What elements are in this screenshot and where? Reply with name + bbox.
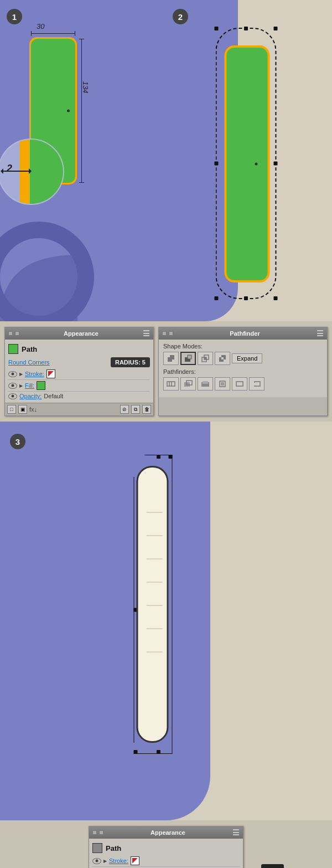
magnifier-inner: 2 — [0, 140, 63, 204]
svg-rect-1 — [170, 355, 174, 359]
panels-row: Appearance ☰ Path Round Corners RADIUS: … — [0, 321, 332, 422]
s3-handle-tm — [157, 455, 160, 459]
expand-button[interactable]: Expand — [232, 353, 262, 363]
step-2-badge: 2 — [173, 9, 188, 24]
shape-mode-exclude[interactable] — [215, 352, 230, 365]
svg-rect-19 — [236, 382, 243, 386]
step-1-badge: 1 — [7, 9, 22, 24]
app2-stroke-eye[interactable] — [92, 858, 101, 864]
pathfinder-title: Pathfinder — [173, 330, 317, 337]
shape-mode-subtract[interactable] — [180, 352, 196, 365]
shape-mode-intersect[interactable] — [198, 352, 213, 365]
appearance-body: Path Round Corners RADIUS: 5 ▶ Stroke: ▶… — [5, 340, 153, 403]
stroke-label[interactable]: Stroke: — [25, 371, 44, 377]
radius-tooltip: RADIUS: 5 — [111, 357, 150, 367]
appearance-panel-1: Appearance ☰ Path Round Corners RADIUS: … — [4, 327, 154, 416]
section-3: 3 — [0, 422, 332, 820]
title-btn-2[interactable] — [15, 331, 19, 336]
new-layer-icon[interactable]: ▣ — [18, 405, 27, 414]
page-line-7 — [147, 651, 163, 653]
handle-br — [274, 296, 278, 300]
duplicate-icon[interactable]: ⧉ — [131, 405, 140, 414]
pf-merge[interactable] — [198, 377, 213, 391]
app2-gray-swatch — [92, 843, 102, 853]
s3-selection — [134, 455, 184, 765]
pathfinder-panel: Pathfinder ☰ Shape Modes: Expand — [158, 327, 328, 416]
pathfinder-body: Shape Modes: Expand Pathfinders: — [159, 340, 327, 397]
stroke-row: ▶ Stroke: — [8, 368, 150, 380]
fill-row: ▶ Fill: — [8, 380, 150, 392]
app2-stroke-label[interactable]: Stroke: — [109, 857, 128, 864]
section-2-panel: 2 — [166, 0, 332, 321]
s3-handle-bl — [134, 750, 138, 754]
app2-btn-2[interactable] — [99, 830, 103, 835]
mag-stroke-label: 2 — [7, 163, 12, 174]
shape-mode-unite[interactable] — [163, 352, 179, 365]
handle-tl — [215, 27, 219, 30]
svg-rect-13 — [184, 382, 190, 387]
s3-shape-wrap — [134, 455, 184, 765]
app2-btn-1[interactable] — [92, 830, 97, 835]
dim-line-vertical — [81, 39, 82, 183]
fill-swatch[interactable] — [37, 381, 45, 390]
pf-outline[interactable] — [232, 377, 247, 391]
svg-rect-18 — [221, 382, 224, 386]
stroke-swatch[interactable] — [46, 369, 55, 378]
center-dot-1 — [67, 110, 70, 112]
handle-tr — [274, 27, 278, 30]
step-3-badge: 3 — [10, 434, 25, 449]
app2-path-label: Path — [106, 844, 121, 852]
s3-rounded-shape — [137, 466, 169, 743]
pf-divide[interactable] — [163, 377, 179, 391]
fill-expand-arrow[interactable]: ▶ — [19, 383, 23, 388]
dim-width-label: 30 — [37, 22, 44, 30]
dim-line-horizontal — [31, 33, 75, 34]
dim-height-label: 134 — [82, 81, 90, 94]
app2-menu-icon[interactable]: ☰ — [232, 828, 240, 837]
delete-icon[interactable]: ⊘ — [120, 405, 129, 414]
handle-bl — [215, 296, 219, 300]
pf-menu-icon[interactable]: ☰ — [317, 329, 324, 338]
app2-stroke-row: ▶ Stroke: — [92, 855, 240, 867]
opacity-row: Opacity: Default — [8, 392, 150, 400]
pf-title-btn-1[interactable] — [162, 331, 167, 336]
green-rect-1: 134 2 — [31, 39, 75, 183]
selection-box-2 — [216, 28, 277, 299]
app2-stroke-arrow[interactable]: ▶ — [103, 859, 107, 864]
app2-path-row: Path — [92, 841, 240, 855]
opacity-eye[interactable] — [8, 393, 17, 399]
app2-body: Path ▶ Stroke: ▶ Fill: R: 0 G: 0 — [89, 839, 243, 868]
s3-sel-line-right — [172, 455, 173, 754]
p2-shape-container — [216, 28, 277, 299]
s3-pages — [147, 512, 163, 653]
appearance-panel-2: Appearance ☰ Path ▶ Stroke: ▶ Fill: — [89, 826, 243, 868]
pf-title-btn-2[interactable] — [169, 331, 173, 336]
stroke-visibility-eye[interactable] — [8, 371, 17, 377]
appearance-titlebar: Appearance ☰ — [5, 327, 153, 340]
svg-rect-10 — [167, 382, 175, 386]
pf-crop[interactable] — [215, 377, 230, 391]
svg-rect-21 — [253, 383, 257, 386]
opacity-label[interactable]: Opacity: — [19, 393, 42, 399]
mag-green-area — [30, 140, 63, 204]
round-corners-label[interactable]: Round Corners — [8, 359, 50, 366]
bottom-panels-row: Appearance ☰ Path ▶ Stroke: ▶ Fill: — [0, 820, 332, 868]
shape-modes-label: Shape Modes: — [163, 343, 323, 350]
stroke-expand-arrow[interactable]: ▶ — [19, 372, 23, 377]
trash-icon[interactable]: 🗑 — [142, 405, 151, 414]
svg-rect-16 — [203, 381, 208, 384]
page-line-6 — [147, 628, 163, 629]
round-corners-row: Round Corners RADIUS: 5 — [8, 356, 150, 368]
page-line-2 — [147, 535, 163, 536]
new-art-icon[interactable]: □ — [7, 405, 16, 414]
bottom-curve-svg — [0, 233, 89, 321]
pf-trim[interactable] — [180, 377, 196, 391]
title-btn-1[interactable] — [8, 331, 13, 336]
fill-visibility-eye[interactable] — [8, 383, 17, 389]
fx-label[interactable]: fx↓ — [29, 406, 37, 413]
app2-stroke-swatch[interactable] — [131, 856, 139, 865]
fill-label[interactable]: Fill: — [25, 382, 34, 389]
svg-rect-9 — [221, 357, 224, 359]
panel-menu-icon[interactable]: ☰ — [143, 329, 150, 338]
pf-minus-back[interactable] — [249, 377, 264, 391]
